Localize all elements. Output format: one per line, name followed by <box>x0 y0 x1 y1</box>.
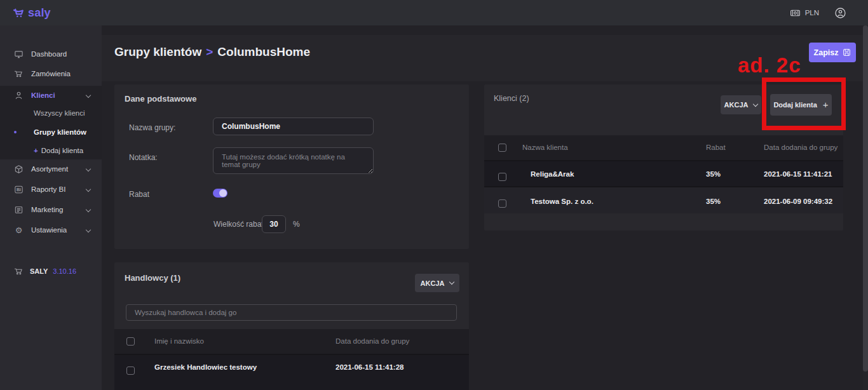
chevron-down-icon <box>86 166 91 171</box>
select-all-checkbox[interactable] <box>498 144 506 152</box>
cart-icon <box>14 267 24 276</box>
cell-name: Religa&Arak <box>531 170 574 178</box>
save-button-label: Zapisz <box>814 48 839 57</box>
table-row: Religa&Arak 35% 2021-06-15 11:41:21 <box>484 160 843 186</box>
app-version: 3.10.16 <box>53 267 76 275</box>
search-handlowiec-input[interactable] <box>126 304 457 321</box>
row-checkbox[interactable] <box>498 173 506 181</box>
sidebar-item-grupy-klientow[interactable]: Grupy klientów <box>0 123 102 142</box>
cell-date: 2021-06-09 09:49:32 <box>764 198 832 205</box>
app-logo[interactable]: saly <box>13 6 51 20</box>
sidebar-label: Asortyment <box>31 165 68 173</box>
sidebar-version: SALY 3.10.16 <box>0 262 102 281</box>
sidebar-sublabel: Grupy klientów <box>34 128 86 136</box>
chevron-down-icon <box>86 207 91 212</box>
sidebar-sublabel: Dodaj klienta <box>41 147 83 154</box>
panel-title: Handlowcy (1) <box>125 273 180 283</box>
plus-icon: + <box>823 99 829 110</box>
akcja-dropdown-button[interactable]: AKCJA <box>721 95 761 114</box>
column-header-date: Data dodania do grupy <box>336 337 409 345</box>
main-content: Grupy klientów > ColumbusHome Zapisz Dan… <box>102 25 863 390</box>
sidebar-sublabel: Wszyscy klienci <box>34 109 85 117</box>
select-all-checkbox[interactable] <box>126 337 135 346</box>
currency-selector[interactable]: PLN <box>790 8 819 18</box>
sidebar-label: Raporty BI <box>31 185 65 193</box>
breadcrumb-current: ColumbusHome <box>217 45 310 59</box>
klienci-panel: Klienci (2) AKCJA Dodaj klienta + Nazwa … <box>484 84 843 231</box>
breadcrumb: Grupy klientów > ColumbusHome <box>114 45 310 59</box>
sidebar-label: Klienci <box>31 91 55 99</box>
column-header-date: Data dodania do grupy <box>764 144 837 151</box>
toggle-knob <box>219 189 227 197</box>
scrollbar-thumb[interactable] <box>863 25 868 372</box>
sidebar-label: Dashboard <box>31 50 67 58</box>
sidebar-item-raporty-bi[interactable]: Bi Raporty BI <box>0 180 102 199</box>
scrollbar-track <box>863 25 868 390</box>
cube-icon <box>14 165 24 174</box>
dane-podstawowe-panel: Dane podstawowe Nazwa grupy: Notatka: Ra… <box>114 84 469 249</box>
chevron-down-icon <box>86 93 91 98</box>
cell-name: Testowa Sp. z o.o. <box>531 198 593 205</box>
column-header-name: Imię i nazwisko <box>154 337 204 345</box>
gear-icon: ⚙ <box>14 225 24 235</box>
cart-icon <box>14 69 24 79</box>
logo-text: saly <box>28 6 51 20</box>
svg-text:Bi: Bi <box>17 187 21 192</box>
notatka-label: Notatka: <box>129 153 158 162</box>
dodaj-klienta-button[interactable]: Dodaj klienta + <box>770 94 832 116</box>
akcja-label: AKCJA <box>724 101 749 109</box>
sidebar-label: Marketing <box>31 206 64 213</box>
sidebar: Dashboard Zamówienia Klienci Wszyscy kli… <box>0 25 102 390</box>
percent-unit: % <box>293 220 300 229</box>
chevron-down-icon <box>753 101 758 106</box>
banknote-icon <box>790 8 801 18</box>
column-header-rabat: Rabat <box>706 144 726 151</box>
chevron-down-icon <box>86 187 91 192</box>
sidebar-item-zamowienia[interactable]: Zamówienia <box>0 64 102 83</box>
handlowcy-panel: Handlowcy (1) AKCJA Imię i nazwisko Data… <box>114 262 469 390</box>
floppy-icon <box>843 48 851 57</box>
sidebar-item-dashboard[interactable]: Dashboard <box>0 44 102 64</box>
akcja-dropdown-button[interactable]: AKCJA <box>415 274 459 292</box>
cell-date: 2021-06-15 11:41:21 <box>764 170 832 178</box>
sidebar-klienci-group: Klienci Wszyscy klienci Grupy klientów +… <box>0 86 102 159</box>
table-row: Testowa Sp. z o.o. 35% 2021-06-09 09:49:… <box>484 186 843 213</box>
panel-title: Klienci (2) <box>494 94 529 103</box>
person-icon <box>14 91 24 100</box>
sidebar-item-marketing[interactable]: Marketing <box>0 200 102 219</box>
table-row: Grzesiek Handlowiec testowy 2021-06-15 1… <box>114 354 469 390</box>
wielkosc-rabatu-input[interactable] <box>262 215 286 233</box>
row-checkbox[interactable] <box>498 199 506 208</box>
notatka-textarea[interactable] <box>213 147 374 174</box>
app-name: SALY <box>30 267 48 275</box>
rabat-label: Rabat <box>129 190 149 199</box>
sidebar-item-ustawienia[interactable]: ⚙ Ustawienia <box>0 220 102 239</box>
cell-rabat: 35% <box>706 198 721 205</box>
dodaj-klienta-label: Dodaj klienta <box>773 101 817 109</box>
active-dot-icon <box>14 131 17 133</box>
currency-label: PLN <box>805 9 819 17</box>
sidebar-item-asortyment[interactable]: Asortyment <box>0 159 102 178</box>
save-button[interactable]: Zapisz <box>809 43 856 62</box>
sidebar-item-wszyscy-klienci[interactable]: Wszyscy klienci <box>0 104 102 123</box>
akcja-label: AKCJA <box>421 279 445 287</box>
rabat-toggle[interactable] <box>213 189 227 198</box>
cart-logo-icon <box>13 6 26 20</box>
sidebar-label: Ustawienia <box>31 226 67 234</box>
breadcrumb-separator: > <box>206 45 213 59</box>
sidebar-item-dodaj-klienta[interactable]: + Dodaj klienta <box>0 141 102 160</box>
plus-icon: + <box>34 147 38 154</box>
topbar: saly PLN <box>0 0 868 25</box>
user-avatar-button[interactable] <box>834 7 846 19</box>
board-icon <box>14 205 24 215</box>
bi-report-icon: Bi <box>14 185 24 194</box>
cell-name: Grzesiek Handlowiec testowy <box>154 363 257 371</box>
sidebar-item-klienci[interactable]: Klienci <box>0 86 102 105</box>
sidebar-label: Zamówienia <box>31 70 71 77</box>
nazwa-grupy-input[interactable] <box>213 118 374 135</box>
row-checkbox[interactable] <box>126 366 135 375</box>
breadcrumb-parent[interactable]: Grupy klientów <box>114 45 201 59</box>
cell-date: 2021-06-15 11:41:28 <box>336 363 403 371</box>
nazwa-grupy-label: Nazwa grupy: <box>129 123 175 132</box>
cell-rabat: 35% <box>706 170 721 178</box>
